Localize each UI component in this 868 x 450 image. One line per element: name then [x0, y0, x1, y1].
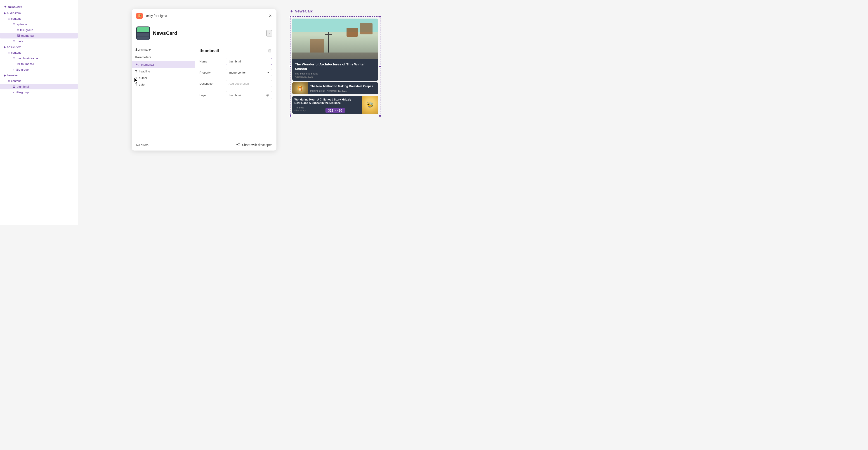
- lines-icon: ≡: [13, 68, 14, 71]
- param-headline-label: headline: [139, 70, 150, 73]
- bars-icon: ⦿: [13, 40, 16, 43]
- sidebar-item-label: title-group: [20, 28, 33, 32]
- newscard-container: The Wonderful Architectures of This Wint…: [290, 16, 380, 116]
- svg-point-4: [237, 144, 238, 145]
- param-text-icon: T: [135, 83, 137, 86]
- crepes-author: Morning Break: [310, 90, 325, 92]
- image-icon: 🖼: [17, 62, 20, 66]
- layer-value: thumbnail: [229, 93, 241, 97]
- component-header: NewsCard ⋮: [132, 23, 276, 44]
- panel-body: Summary Parameters + thumbnail: [132, 44, 276, 139]
- sidebar-item-label: content: [11, 17, 21, 20]
- layer-field-row: Layer thumbnail ⊕: [199, 91, 272, 100]
- component-more-button[interactable]: ⋮: [267, 30, 272, 36]
- sidebar-item-thumbnail-1[interactable]: 🖼 thumbnail: [0, 33, 78, 38]
- lines-icon: ≡: [8, 17, 10, 20]
- sidebar-item-title-group-3[interactable]: ≡ title-group: [0, 89, 78, 95]
- sidebar-item-label: hero-item: [7, 74, 20, 77]
- param-headline[interactable]: T headline: [132, 68, 195, 75]
- lines-icon: ≡: [13, 91, 14, 94]
- crepes-title: The New Method to Making Breakfast Crepe…: [310, 84, 376, 88]
- name-label: Name: [199, 60, 222, 63]
- sidebar-item-thumbnail-frame[interactable]: ⦿ thumbnail-frame: [0, 55, 78, 61]
- featured-title: The Wonderful Architectures of This Wint…: [295, 62, 375, 71]
- sidebar-root-newscard[interactable]: ✦ NewsCard: [0, 4, 78, 10]
- lines-icon: ≡: [8, 51, 10, 54]
- sidebar-item-title-group-2[interactable]: ≡ title-group: [0, 67, 78, 73]
- param-thumbnail[interactable]: thumbnail: [132, 61, 195, 68]
- layer-label: Layer: [199, 93, 222, 97]
- add-parameter-button[interactable]: +: [189, 55, 191, 59]
- share-with-developer-button[interactable]: Share with developer: [236, 142, 272, 147]
- sidebar-item-label: title-group: [16, 68, 29, 71]
- share-icon: [236, 142, 240, 147]
- corner-handle-br: [379, 115, 381, 117]
- layer-value-display: thumbnail ⊕: [226, 91, 272, 100]
- relay-logo: 🎨: [136, 13, 143, 19]
- sidebar-item-content-1[interactable]: ≡ content: [0, 16, 78, 22]
- featured-thumbnail: [292, 19, 378, 59]
- sidebar-item-label: content: [11, 79, 21, 83]
- name-input[interactable]: [226, 58, 272, 65]
- image-icon: 🖼: [13, 85, 16, 88]
- close-button[interactable]: ✕: [269, 13, 272, 18]
- component-thumbnail: [136, 27, 150, 40]
- sidebar-item-audio-item[interactable]: ◆ audio-item: [0, 10, 78, 16]
- sidebar-item-thumbnail-3[interactable]: 🖼 thumbnail: [0, 84, 78, 89]
- detail-param-name: thumbnail: [199, 49, 219, 53]
- sidebar-item-hero-item[interactable]: ◆ hero-item: [0, 73, 78, 78]
- preview-more-button[interactable]: ⋮: [374, 109, 378, 114]
- param-thumbnail-label: thumbnail: [141, 63, 154, 66]
- no-errors-text: No errors: [136, 143, 149, 147]
- param-date[interactable]: T date: [132, 81, 195, 88]
- delete-parameter-button[interactable]: 🗑: [268, 49, 272, 53]
- lines-icon: ≡: [17, 29, 19, 32]
- featured-author: The Seasonal Sagas: [295, 72, 375, 75]
- param-text-icon: T: [135, 70, 137, 73]
- param-author[interactable]: T author: [132, 75, 195, 81]
- sidebar-item-label: thumbnail: [17, 85, 29, 88]
- svg-line-6: [238, 144, 239, 145]
- sidebar-root-label: NewsCard: [8, 5, 22, 8]
- property-value: image-content: [229, 71, 247, 74]
- corner-handle-mr: [379, 65, 381, 67]
- component-title: NewsCard: [153, 30, 178, 36]
- sidebar-item-title-group-1[interactable]: ≡ title-group: [0, 27, 78, 33]
- grid-icon: ✦: [4, 5, 6, 9]
- sidebar-item-article-item[interactable]: ◆ article-item: [0, 44, 78, 50]
- property-select[interactable]: image-content ▾: [226, 69, 272, 76]
- svg-line-5: [238, 143, 239, 145]
- svg-point-2: [239, 143, 240, 144]
- description-label: Description: [199, 82, 222, 85]
- param-author-label: author: [139, 76, 147, 80]
- corner-handle-tl: [289, 16, 291, 18]
- sidebar-item-label: audio-item: [7, 11, 21, 15]
- featured-content: The Wonderful Architectures of This Wint…: [292, 59, 378, 81]
- share-label: Share with developer: [242, 143, 272, 147]
- sidebar-item-label: title-group: [16, 90, 29, 94]
- sidebar-item-content-3[interactable]: ≡ content: [0, 78, 78, 84]
- sidebar-item-episode[interactable]: ⦿ episode: [0, 22, 78, 27]
- newscard-preview: ✦ NewsCard: [290, 9, 380, 116]
- chevron-down-icon: ▾: [268, 71, 269, 74]
- sidebar-item-label: content: [11, 51, 21, 54]
- sidebar-item-thumbnail-2[interactable]: 🖼 thumbnail: [0, 61, 78, 67]
- sidebar-item-content-2[interactable]: ≡ content: [0, 50, 78, 55]
- crepes-date: November 10, 2021: [327, 90, 347, 92]
- summary-title: Summary: [132, 48, 195, 54]
- description-input[interactable]: Add description: [226, 80, 272, 87]
- sidebar-item-label: meta: [17, 39, 23, 43]
- sidebar-item-meta[interactable]: ⦿ meta: [0, 38, 78, 44]
- right-pane: thumbnail 🗑 Name Property image-content …: [195, 44, 276, 139]
- relay-logo-icon: 🎨: [137, 14, 141, 18]
- sidebar-item-label: thumbnail: [21, 62, 34, 66]
- bars-icon: ⦿: [13, 23, 16, 26]
- relay-header: 🎨 Relay for Figma ✕: [132, 9, 276, 23]
- relay-panel: 🎨 Relay for Figma ✕ NewsCard ⋮: [132, 9, 276, 150]
- size-badge: 329 × 480: [325, 108, 345, 113]
- left-pane: Summary Parameters + thumbnail: [132, 44, 195, 139]
- article-featured: The Wonderful Architectures of This Wint…: [292, 19, 378, 81]
- target-icon[interactable]: ⊕: [266, 93, 269, 97]
- sidebar-item-label: episode: [17, 23, 27, 26]
- description-field-row: Description Add description: [199, 80, 272, 87]
